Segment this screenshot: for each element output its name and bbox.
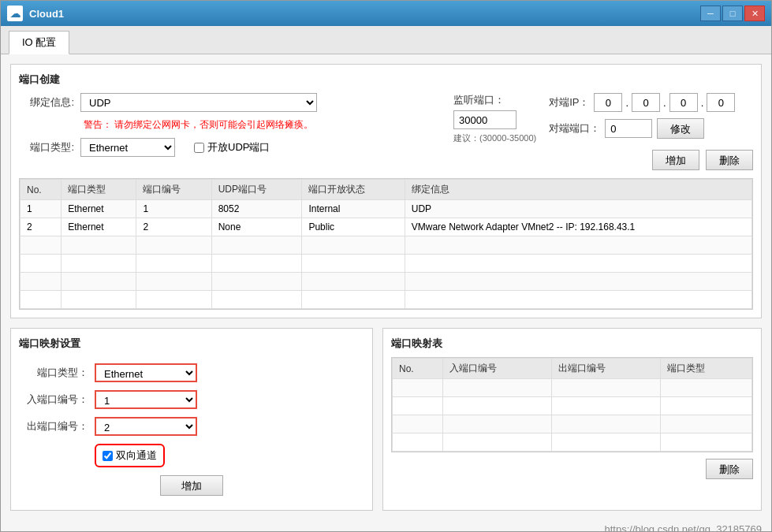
- listen-port-input[interactable]: [453, 110, 517, 129]
- mapping-table-body: [393, 379, 752, 452]
- empty-row-4: [393, 433, 752, 452]
- minimize-button[interactable]: ─: [700, 6, 721, 21]
- empty-row: [21, 236, 752, 255]
- mapping-delete-button[interactable]: 删除: [706, 459, 753, 479]
- port-table-body: 1 Ethernet 1 8052 Internal UDP 2 Etherne…: [21, 200, 752, 309]
- cell-no: 1: [21, 200, 62, 218]
- mapping-form: 端口类型： Ethernet 入端口编号： 1 出端口编号：: [19, 357, 364, 502]
- in-port-select[interactable]: 1: [95, 390, 197, 409]
- tab-io-config[interactable]: IO 配置: [9, 31, 69, 54]
- in-port-label: 入端口编号：: [25, 392, 88, 407]
- cell-type: Ethernet: [62, 200, 136, 218]
- title-bar: ☁ Cloud1 ─ □ ✕: [1, 1, 771, 26]
- cell-udp: 8052: [211, 200, 302, 218]
- mapping-table: No. 入端口编号 出端口编号 端口类型: [392, 358, 752, 452]
- col-type: 端口类型: [62, 180, 136, 200]
- col-udp: UDP端口号: [211, 180, 302, 200]
- ip-part-3[interactable]: [669, 93, 698, 112]
- content-area: 端口创建 绑定信息: UDP 警告： 请勿绑定公网网卡，否则可能会引起网络瘫痪: [1, 54, 771, 531]
- cell-bind: UDP: [405, 200, 751, 218]
- modify-button[interactable]: 修改: [657, 118, 704, 139]
- mapping-settings-title: 端口映射设置: [19, 337, 364, 351]
- out-port-row: 出端口编号： 2: [25, 417, 358, 436]
- ip-part-1[interactable]: [594, 93, 622, 112]
- port-creation-section: 端口创建 绑定信息: UDP 警告： 请勿绑定公网网卡，否则可能会引起网络瘫痪: [10, 64, 762, 318]
- udp-open-checkbox[interactable]: [194, 143, 204, 153]
- col-num: 端口编号: [136, 180, 211, 200]
- empty-row-1: [393, 379, 752, 397]
- mapping-type-select[interactable]: Ethernet: [95, 363, 197, 382]
- empty-row: [21, 255, 752, 273]
- maximize-button[interactable]: □: [722, 6, 743, 21]
- remote-port-input[interactable]: [605, 119, 652, 138]
- cell-no: 2: [21, 218, 62, 236]
- ip-part-4[interactable]: [707, 93, 735, 112]
- mt-col-out: 出端口编号: [551, 359, 660, 379]
- delete-port-button[interactable]: 删除: [706, 150, 753, 170]
- mt-col-type: 端口类型: [660, 359, 751, 379]
- bind-info-row: 绑定信息: UDP: [19, 93, 438, 112]
- channel-checkbox-container: 双向通道: [95, 444, 165, 467]
- mapping-delete-row: 删除: [391, 459, 753, 479]
- mapping-type-row: 端口类型： Ethernet: [25, 363, 358, 382]
- channel-label: 双向通道: [116, 448, 157, 463]
- bottom-panels: 端口映射设置 端口类型： Ethernet 入端口编号： 1: [10, 328, 762, 520]
- bind-label: 绑定信息:: [19, 95, 74, 110]
- footer-text: https://blog.csdn.net/qq_32185769: [605, 523, 763, 531]
- mt-col-no: No.: [393, 359, 443, 379]
- close-button[interactable]: ✕: [744, 6, 765, 21]
- warning-text: 警告： 请勿绑定公网网卡，否则可能会引起网络瘫痪。: [84, 118, 313, 132]
- action-buttons: 增加 删除: [549, 150, 753, 170]
- empty-row-3: [393, 415, 752, 433]
- col-no: No.: [21, 180, 62, 200]
- port-table: No. 端口类型 端口编号 UDP端口号 端口开放状态 绑定信息 1 Ether…: [20, 179, 752, 309]
- port-mapping-table-section: 端口映射表 No. 入端口编号 出端口编号 端口类型: [382, 328, 762, 511]
- channel-row: 双向通道: [25, 444, 358, 467]
- empty-row: [21, 273, 752, 291]
- remote-ip-inputs: . . .: [594, 93, 735, 112]
- warning-row: 警告： 请勿绑定公网网卡，否则可能会引起网络瘫痪。: [19, 118, 438, 132]
- port-type-label: 端口类型:: [19, 140, 74, 154]
- mapping-table-title: 端口映射表: [391, 337, 753, 351]
- cell-status: Public: [302, 218, 405, 236]
- footer: https://blog.csdn.net/qq_32185769: [10, 523, 762, 531]
- add-port-button[interactable]: 增加: [652, 150, 699, 170]
- col-bind: 绑定信息: [405, 180, 751, 200]
- mapping-header-row: No. 入端口编号 出端口编号 端口类型: [393, 359, 752, 379]
- col-status: 端口开放状态: [302, 180, 405, 200]
- cell-udp: None: [211, 218, 302, 236]
- udp-checkbox-label: 开放UDP端口: [207, 140, 270, 154]
- cell-num: 2: [136, 218, 211, 236]
- channel-checkbox[interactable]: [103, 451, 113, 461]
- mapping-add-button[interactable]: 增加: [160, 475, 223, 496]
- table-row[interactable]: 2 Ethernet 2 None Public VMware Network …: [21, 218, 752, 236]
- table-row[interactable]: 1 Ethernet 1 8052 Internal UDP: [21, 200, 752, 218]
- main-window: ☁ Cloud1 ─ □ ✕ IO 配置 端口创建 绑定信息:: [0, 0, 772, 532]
- port-table-container: No. 端口类型 端口编号 UDP端口号 端口开放状态 绑定信息 1 Ether…: [19, 178, 753, 310]
- window-controls: ─ □ ✕: [700, 6, 765, 21]
- in-port-row: 入端口编号： 1: [25, 390, 358, 409]
- port-type-select[interactable]: Ethernet: [80, 138, 175, 157]
- remote-ip-label: 对端IP：: [549, 95, 589, 110]
- mt-col-in: 入端口编号: [442, 359, 551, 379]
- listen-port-label: 监听端口：: [453, 93, 536, 107]
- port-mapping-settings-section: 端口映射设置 端口类型： Ethernet 入端口编号： 1: [10, 328, 373, 511]
- window-icon: ☁: [7, 6, 23, 21]
- udp-checkbox-row: 开放UDP端口: [194, 140, 270, 154]
- port-creation-title: 端口创建: [19, 73, 753, 87]
- ip-part-2[interactable]: [632, 93, 660, 112]
- out-port-select[interactable]: 2: [95, 417, 197, 436]
- empty-row: [21, 291, 752, 309]
- mapping-type-label: 端口类型：: [25, 366, 88, 380]
- mapping-add-row: 增加: [25, 475, 358, 496]
- cell-num: 1: [136, 200, 211, 218]
- remote-port-label: 对端端口：: [549, 121, 600, 136]
- mapping-table-container: No. 入端口编号 出端口编号 端口类型: [391, 357, 753, 452]
- bind-select[interactable]: UDP: [80, 93, 317, 112]
- port-type-row: 端口类型: Ethernet 开放UDP端口: [19, 138, 438, 157]
- table-header-row: No. 端口类型 端口编号 UDP端口号 端口开放状态 绑定信息: [21, 180, 752, 200]
- empty-row-2: [393, 397, 752, 415]
- listen-hint: 建议：(30000-35000): [453, 132, 536, 144]
- cell-type: Ethernet: [62, 218, 136, 236]
- cell-bind: VMware Network Adapter VMnet2 -- IP: 192…: [405, 218, 751, 236]
